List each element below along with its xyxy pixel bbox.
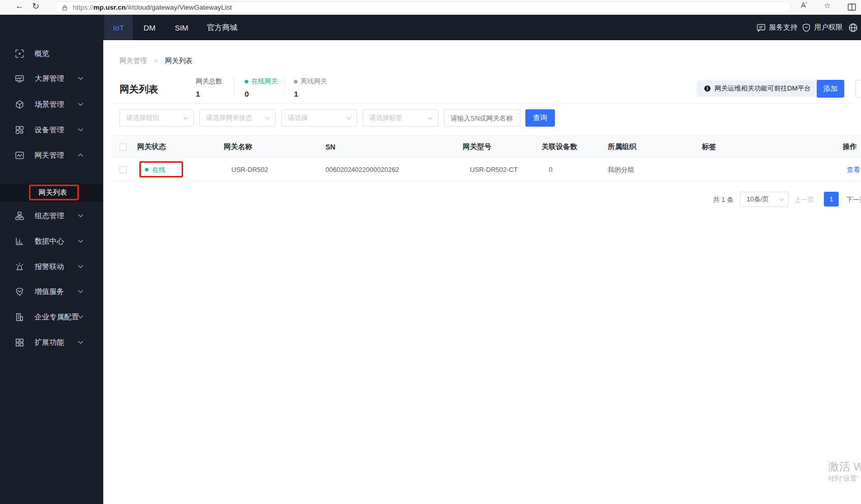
col-tag: 标签 xyxy=(702,136,716,158)
address-bar[interactable]: https://mp.usr.cn/#/cloud/gateway/ViewGa… xyxy=(54,2,791,13)
split-screen-icon[interactable] xyxy=(847,3,856,12)
chevron-down-icon xyxy=(346,116,351,120)
table-row: 在线 USR-DR502 00602024022000020262 USR-DR… xyxy=(111,158,861,182)
chevron-down-icon xyxy=(183,116,188,120)
sidebar-item-overview[interactable]: 概览 xyxy=(0,42,103,65)
sidebar-item-screen-mgmt[interactable]: 大屏管理 xyxy=(0,67,103,90)
query-button[interactable]: 查询 xyxy=(525,109,555,127)
watermark-line1: 激活 W xyxy=(828,459,861,475)
total-count-label: 共 1 条 xyxy=(713,195,733,204)
view-link[interactable]: 查看 xyxy=(847,158,860,182)
col-org: 所属组织 xyxy=(608,136,636,158)
scene-icon xyxy=(15,100,24,109)
user-permission-button[interactable]: 用户权限 xyxy=(802,15,843,40)
page-size-select[interactable]: 10条/页 xyxy=(740,192,789,207)
sn-search-input[interactable] xyxy=(444,109,520,127)
chevron-up-icon xyxy=(78,153,83,157)
stat-divider xyxy=(233,77,234,96)
scada-icon xyxy=(15,212,24,220)
row-checkbox[interactable] xyxy=(120,166,127,173)
select-all-checkbox[interactable] xyxy=(120,143,127,151)
sidebar-nav: 概览 大屏管理 场景管理 设备管理 网关管理 网关列表 xyxy=(0,15,103,504)
offline-dot xyxy=(294,80,298,83)
stat-gateway-online: 在线网关 0 xyxy=(245,77,278,98)
tab-official-mall[interactable]: 官方商城 xyxy=(205,15,239,40)
col-model: 网关型号 xyxy=(463,136,491,158)
lock-icon xyxy=(62,5,68,11)
pagination: 共 1 条 10条/页 上一页 1 下一页 xyxy=(103,191,861,207)
next-page-button[interactable]: 下一页 xyxy=(846,195,861,204)
sidebar-item-enterprise-config[interactable]: 企业专属配置 xyxy=(0,305,103,329)
chevron-down-icon xyxy=(78,340,83,344)
grid-icon xyxy=(15,338,24,347)
overview-icon xyxy=(15,49,24,58)
tab-sim[interactable]: SIM xyxy=(169,15,194,40)
building-icon xyxy=(15,313,24,321)
secondary-button-partial[interactable] xyxy=(855,80,861,98)
watermark-line2: 转到“设置” xyxy=(828,474,859,483)
chevron-down-icon xyxy=(78,264,83,269)
gateway-icon xyxy=(15,151,24,160)
shield-icon xyxy=(802,23,811,32)
tag-select[interactable]: 请选择标签 xyxy=(363,109,438,127)
screen-icon xyxy=(15,74,24,83)
chevron-down-icon xyxy=(78,128,83,132)
sidebar-item-scada-mgmt[interactable]: 组态管理 xyxy=(0,204,103,227)
chat-icon xyxy=(757,23,765,32)
sidebar-item-alarm-linkage[interactable]: 报警联动 xyxy=(0,255,103,278)
sidebar-item-data-center[interactable]: 数据中心 xyxy=(0,229,103,253)
tab-dm[interactable]: DM xyxy=(138,15,161,40)
app-header: IoT DM SIM 官方商城 服务支持 用户权限 有人云控制台 www.usr… xyxy=(0,15,861,40)
cell-name: USR-DR502 xyxy=(231,158,268,182)
add-gateway-button[interactable]: 添加 xyxy=(817,80,844,98)
sidebar-footer: V6.1.5 xyxy=(0,501,103,504)
cell-sn: 00602024022000020262 xyxy=(325,158,399,182)
badge-icon xyxy=(15,287,24,296)
info-icon xyxy=(704,85,711,92)
read-aloud-icon[interactable]: Aʻ xyxy=(801,1,807,9)
chevron-down-icon xyxy=(78,315,83,319)
generic-select[interactable]: 请选择 xyxy=(281,109,357,127)
col-sn: SN xyxy=(325,136,335,158)
breadcrumb-current: 网关列表 xyxy=(165,57,192,65)
sidebar-item-value-added[interactable]: 增值服务 xyxy=(0,280,103,303)
back-icon[interactable]: ← xyxy=(15,1,24,11)
device-icon xyxy=(15,126,24,134)
org-select[interactable]: 请选择组织 xyxy=(120,109,194,127)
favorite-star-icon[interactable]: ☆ xyxy=(824,1,830,10)
breadcrumb-parent[interactable]: 网关管理 xyxy=(120,57,147,65)
main-content: 网关管理 > 网关列表 网关列表 网关总数 1 在线网关 0 离线网关 1 网关… xyxy=(103,40,861,504)
sidebar-item-extensions[interactable]: 扩展功能 xyxy=(0,331,103,354)
online-dot xyxy=(245,80,248,83)
chevron-down-icon xyxy=(78,76,83,80)
refresh-icon[interactable]: ↻ xyxy=(32,1,39,12)
col-device-count: 关联设备数 xyxy=(542,136,577,158)
url-text: https://mp.usr.cn/#/cloud/gateway/ViewGa… xyxy=(73,4,232,11)
stat-gateway-total: 网关总数 1 xyxy=(196,77,222,98)
sidebar-item-gateway-mgmt[interactable]: 网关管理 xyxy=(0,143,103,167)
sidebar-item-device-mgmt[interactable]: 设备管理 xyxy=(0,118,103,141)
stat-divider xyxy=(284,77,285,96)
globe-language-icon[interactable] xyxy=(848,23,858,33)
bar-chart-icon xyxy=(15,237,24,246)
chevron-down-icon xyxy=(78,102,83,106)
page-1-button[interactable]: 1 xyxy=(824,192,839,206)
browser-toolbar: ← ↻ https://mp.usr.cn/#/cloud/gateway/Vi… xyxy=(0,0,861,15)
gateway-table: 网关状态 网关名称 SN 网关型号 关联设备数 所属组织 标签 操作 在线 US… xyxy=(111,135,861,182)
breadcrumb: 网关管理 > 网关列表 xyxy=(120,56,192,66)
gateway-status-select[interactable]: 请选择网关状态 xyxy=(199,109,276,127)
table-header-row: 网关状态 网关名称 SN 网关型号 关联设备数 所属组织 标签 操作 xyxy=(111,135,861,158)
stat-gateway-offline: 离线网关 1 xyxy=(294,77,327,98)
chevron-down-icon xyxy=(779,198,784,201)
col-name: 网关名称 xyxy=(224,136,252,158)
cell-org: 我的分组 xyxy=(608,158,634,182)
sidebar-item-scene-mgmt[interactable]: 场景管理 xyxy=(0,93,103,116)
prev-page-button[interactable]: 上一页 xyxy=(794,195,814,204)
service-support-button[interactable]: 服务支持 xyxy=(757,15,797,40)
alarm-icon xyxy=(15,262,24,271)
tab-iot[interactable]: IoT xyxy=(104,15,133,40)
status-badge: 在线 xyxy=(145,158,165,182)
col-action: 操作 xyxy=(843,136,857,158)
dm-platform-notice[interactable]: 网关运维相关功能可前往DM平台 xyxy=(697,80,818,97)
breadcrumb-separator: > xyxy=(154,57,158,65)
